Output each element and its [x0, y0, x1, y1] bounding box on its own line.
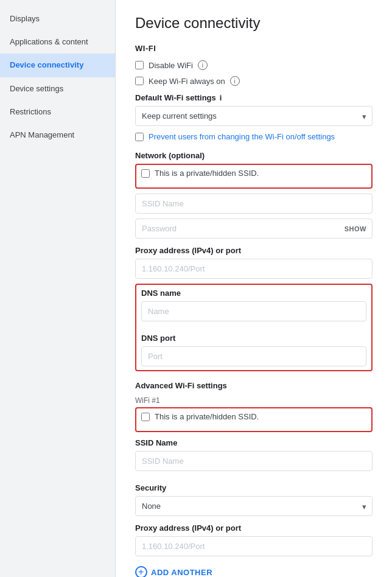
- private-ssid-checkbox-row-2: This is a private/hidden SSID.: [141, 412, 366, 421]
- security-dropdown-wrapper: None WEP WPA/WPA2 WPA3: [135, 496, 373, 516]
- keep-wifi-info-icon[interactable]: i: [230, 76, 240, 86]
- plus-circle-icon: +: [135, 566, 147, 577]
- keep-wifi-checkbox[interactable]: [135, 77, 144, 85]
- private-ssid-row-2: This is a private/hidden SSID.: [135, 407, 373, 432]
- private-ssid-checkbox-2[interactable]: [141, 413, 150, 421]
- wifi-section-title: WI-FI: [135, 44, 373, 53]
- advanced-wifi-label: Advanced Wi-Fi settings: [135, 381, 373, 390]
- dns-port-input[interactable]: [141, 346, 366, 366]
- network-optional-label: Network (optional): [135, 151, 373, 160]
- sidebar-item-applications-content[interactable]: Applications & content: [0, 30, 115, 54]
- prevent-users-checkbox[interactable]: [135, 133, 144, 141]
- disable-wifi-info-icon[interactable]: i: [198, 60, 208, 70]
- disable-wifi-checkbox[interactable]: [135, 61, 144, 69]
- proxy-address-label-1: Proxy address (IPv4) or port: [135, 246, 373, 255]
- add-another-button[interactable]: + ADD ANOTHER: [135, 566, 373, 577]
- dns-port-label: DNS port: [141, 334, 366, 343]
- sidebar-item-device-settings[interactable]: Device settings: [0, 77, 115, 100]
- proxy-address-input-1[interactable]: [135, 259, 373, 279]
- sidebar-item-restrictions[interactable]: Restrictions: [0, 100, 115, 124]
- dns-section: DNS name DNS port: [135, 284, 373, 371]
- ssid-name-input-advanced[interactable]: [135, 451, 373, 471]
- security-label: Security: [135, 483, 373, 492]
- dns-name-label: DNS name: [141, 288, 366, 298]
- private-ssid-row-1: This is a private/hidden SSID.: [135, 164, 373, 189]
- show-password-button[interactable]: SHOW: [345, 225, 366, 233]
- prevent-users-label[interactable]: Prevent users from changing the Wi-Fi on…: [149, 132, 335, 141]
- sidebar-item-device-connectivity[interactable]: Device connectivity: [0, 54, 115, 77]
- sidebar-item-displays[interactable]: Displays: [0, 7, 115, 30]
- private-ssid-checkbox-row-1: This is a private/hidden SSID.: [141, 169, 366, 178]
- dns-name-input[interactable]: [141, 301, 366, 321]
- default-wifi-info-icon[interactable]: i: [220, 93, 222, 102]
- ssid-name-label-advanced: SSID Name: [135, 438, 373, 447]
- add-another-label: ADD ANOTHER: [151, 568, 212, 577]
- default-wifi-dropdown[interactable]: Keep current settings Turn on Turn off: [135, 106, 373, 126]
- wifi-number-label: WiFi #1: [135, 396, 373, 405]
- private-ssid-label-2: This is a private/hidden SSID.: [155, 412, 259, 421]
- proxy-address-label-2: Proxy address (IPv4) or port: [135, 523, 373, 533]
- keep-wifi-row: Keep Wi-Fi always on i: [135, 76, 373, 86]
- proxy-address-input-2[interactable]: [135, 536, 373, 556]
- password-input[interactable]: [135, 219, 373, 239]
- disable-wifi-label: Disable WiFi: [149, 61, 193, 70]
- sidebar: Displays Applications & content Device c…: [0, 0, 116, 577]
- keep-wifi-label: Keep Wi-Fi always on: [149, 77, 225, 86]
- private-ssid-checkbox-1[interactable]: [141, 169, 150, 178]
- ssid-name-input[interactable]: [135, 194, 373, 214]
- prevent-users-row: Prevent users from changing the Wi-Fi on…: [135, 132, 373, 141]
- private-ssid-label-1: This is a private/hidden SSID.: [155, 169, 259, 178]
- password-wrapper: SHOW: [135, 219, 373, 239]
- disable-wifi-row: Disable WiFi i: [135, 60, 373, 70]
- default-wifi-settings-label: Default Wi-Fi settings i: [135, 93, 373, 102]
- sidebar-item-apn-management[interactable]: APN Management: [0, 124, 115, 147]
- security-dropdown[interactable]: None WEP WPA/WPA2 WPA3: [135, 496, 373, 516]
- page-title: Device connectivity: [135, 15, 373, 32]
- default-wifi-dropdown-wrapper: Keep current settings Turn on Turn off: [135, 106, 373, 126]
- main-content: Device connectivity WI-FI Disable WiFi i…: [116, 0, 392, 577]
